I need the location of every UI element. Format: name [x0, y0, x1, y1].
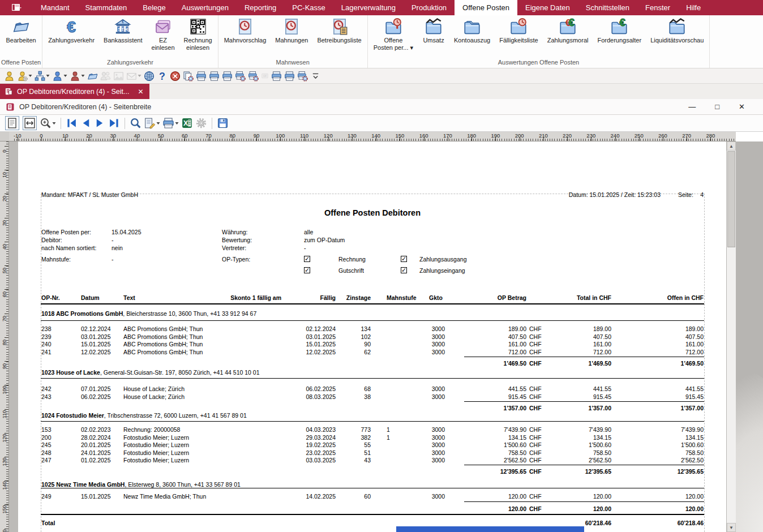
user-gear-icon[interactable]: [17, 71, 32, 81]
printer-icon[interactable]: [222, 71, 233, 81]
param-label: Offene Posten per:: [41, 229, 91, 235]
ruler-label: 210: [539, 132, 548, 139]
document-tab[interactable]: OP Debitoren/Kreditoren (4) - Seit... ✕: [0, 84, 149, 99]
report-cell: 15.01.2025: [286, 341, 336, 347]
report-edit-icon[interactable]: [144, 117, 160, 129]
page-single-icon[interactable]: [5, 116, 19, 130]
ruler-label: 130: [348, 132, 357, 139]
printer-icon[interactable]: [209, 71, 220, 81]
minimize-button[interactable]: —: [688, 102, 696, 111]
ribbon-button-kontoauszug[interactable]: Kontoauszug: [449, 16, 495, 44]
report-cell: 3000: [417, 441, 445, 448]
printer-gear-icon[interactable]: [297, 71, 308, 81]
printer-icon[interactable]: [284, 71, 295, 81]
ribbon-button-ez-einlesen[interactable]: EZ einlesen: [147, 16, 179, 52]
ribbon: BearbeitenOffene Posten€ZahlungsverkehrS…: [0, 15, 763, 68]
menu-item-mandant[interactable]: Mandant: [33, 0, 78, 15]
param-label: Debitor:: [41, 237, 62, 243]
ruler-label: 110: [2, 410, 7, 419]
printer-icon[interactable]: [162, 117, 179, 129]
menu-bar: MandantStammdatenBelegeAuswertungenRepor…: [0, 0, 763, 15]
help-icon[interactable]: ?: [157, 71, 168, 81]
menu-item-eigene-daten[interactable]: Eigene Daten: [517, 0, 578, 15]
ribbon-button-liquiditätsvorschau[interactable]: Liquiditätsvorschau: [646, 16, 708, 44]
ribbon-button-label: Liquiditätsvorschau: [650, 37, 704, 44]
report-cell: 12'395.65: [648, 468, 704, 475]
tab-close-icon[interactable]: ✕: [138, 88, 143, 96]
menu-item-pc-kasse[interactable]: PC-Kasse: [284, 0, 333, 15]
close-button[interactable]: ✕: [739, 102, 745, 111]
document-tab-title: OP Debitoren/Kreditoren (4) - Seit...: [17, 88, 129, 96]
report-cell: 3000: [417, 325, 445, 332]
vertical-scrollbar[interactable]: ▲ ▼: [726, 141, 736, 532]
svg-text:€: €: [67, 18, 76, 35]
ribbon-button-fälligkeitsliste[interactable]: Fälligkeitsliste: [495, 16, 542, 44]
printer-gear-icon[interactable]: [248, 71, 259, 81]
user-yellow-icon[interactable]: [4, 71, 15, 81]
menu-item-lagerverwaltung[interactable]: Lagerverwaltung: [333, 0, 404, 15]
toolbar-separator: [212, 118, 212, 129]
report-cell: 02.02.2023: [81, 426, 125, 433]
scroll-up-arrow-icon[interactable]: ▲: [727, 141, 736, 151]
folder-plain-icon[interactable]: [87, 71, 98, 81]
ruler-label: 170: [443, 132, 452, 139]
ribbon-button-mahnvorschlag[interactable]: Mahnvorschlag: [220, 16, 271, 44]
user-red-icon[interactable]: [70, 71, 85, 81]
report-cell: 134.15: [456, 434, 526, 441]
page-width-icon[interactable]: [23, 116, 37, 130]
menu-item-reporting[interactable]: Reporting: [237, 0, 284, 15]
nav-last-icon[interactable]: [108, 117, 120, 129]
printer-icon[interactable]: [271, 71, 282, 81]
group-header-rule: [41, 488, 704, 488]
report-cell: 90: [344, 341, 371, 347]
report-cell: 712.00: [648, 349, 704, 355]
menu-item-belege[interactable]: Belege: [135, 0, 173, 15]
scroll-down-arrow-icon[interactable]: ▼: [727, 523, 736, 532]
nav-prev-icon[interactable]: [80, 117, 92, 129]
nav-first-icon[interactable]: [66, 117, 78, 129]
menu-item-schnittstellen[interactable]: Schnittstellen: [578, 0, 637, 15]
ribbon-button-zahlungsmoral[interactable]: €€Zahlungsmoral: [543, 16, 593, 44]
menu-item-offene-posten[interactable]: Offene Posten: [455, 0, 517, 15]
ruler-label: 60: [2, 290, 7, 299]
globe-icon[interactable]: [144, 71, 155, 81]
ribbon-button-offene-posten-per[interactable]: Offene Posten per... ▾: [369, 16, 418, 52]
nav-next-icon[interactable]: [94, 117, 106, 129]
printer-icon[interactable]: [196, 71, 207, 81]
disk-icon[interactable]: [217, 117, 229, 129]
ribbon-button-mahnungen[interactable]: Mahnungen: [271, 16, 312, 44]
total-label: Total: [41, 520, 55, 526]
report-cell: Mahnstufe: [387, 294, 422, 301]
ribbon-button-forderungsalter[interactable]: €Forderungsalter: [593, 16, 646, 44]
report-cell: 120.00: [648, 505, 704, 512]
printer-gear-icon[interactable]: [235, 71, 246, 81]
app-menu-button[interactable]: [0, 0, 33, 15]
folder-euro2-icon: €€: [559, 18, 576, 35]
report-cell: 12'395.65: [456, 468, 526, 475]
menu-item-stammdaten[interactable]: Stammdaten: [78, 0, 135, 15]
menu-item-hilfe[interactable]: Hilfe: [678, 0, 709, 15]
excel-icon[interactable]: X: [181, 117, 193, 129]
qr-icon: [190, 18, 207, 35]
menu-item-produktion[interactable]: Produktion: [404, 0, 455, 15]
user-blue-icon[interactable]: [52, 71, 67, 81]
ribbon-button-bearbeiten[interactable]: Bearbeiten: [1, 16, 40, 44]
pages-gear-icon[interactable]: [183, 71, 194, 81]
ribbon-button-zahlungsverkehr[interactable]: €Zahlungsverkehr: [44, 16, 99, 44]
search-icon[interactable]: [130, 117, 142, 129]
menu-item-fenster[interactable]: Fenster: [637, 0, 678, 15]
gear-grey-icon[interactable]: [195, 117, 207, 129]
ribbon-button-betreibungsliste[interactable]: Betreibungsliste: [312, 16, 366, 44]
maximize-button[interactable]: □: [715, 102, 719, 111]
mail-grey-icon: [126, 71, 142, 81]
document-tab-bar: OP Debitoren/Kreditoren (4) - Seit... ✕: [0, 84, 763, 99]
ribbon-button-umsatz[interactable]: Umsatz: [418, 16, 449, 44]
ribbon-button-bankassistent[interactable]: STH€Bankassistent: [99, 16, 147, 44]
zoom-drop-icon[interactable]: [40, 117, 56, 129]
menu-item-auswertungen[interactable]: Auswertungen: [174, 0, 237, 15]
orgchart-icon[interactable]: [35, 71, 50, 81]
ribbon-button-rechnung-einlesen[interactable]: Rechnung einlesen: [179, 16, 217, 52]
overflow-icon[interactable]: [310, 71, 321, 81]
scrollbar-thumb[interactable]: [727, 151, 735, 247]
stop-red-icon[interactable]: [170, 71, 181, 81]
